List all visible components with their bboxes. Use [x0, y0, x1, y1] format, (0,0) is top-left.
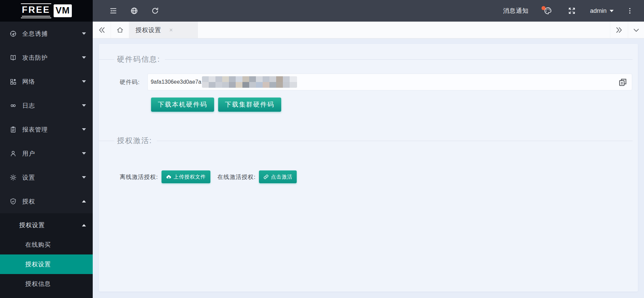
- download-buttons-row: 下载本机硬件码 下载集群硬件码: [151, 98, 638, 112]
- submenu-header-label: 授权设置: [19, 221, 45, 229]
- shield-check-icon: [9, 197, 17, 206]
- divider-line: [157, 141, 633, 141]
- home-icon: [116, 26, 124, 34]
- content-card: 硬件码信息: 硬件码: 9afa1306ee3d0ae7a 下载本机硬件码 下载…: [99, 44, 638, 292]
- sidebar-item-honeypot[interactable]: 全息诱捕: [0, 22, 93, 46]
- chevron-down-icon: [82, 32, 86, 35]
- sidebar: FREE VM 全息诱捕 攻击防护: [0, 0, 93, 298]
- sidebar-item-label: 日志: [22, 102, 35, 110]
- chevron-down-icon: [632, 26, 640, 34]
- cloud-upload-icon: [166, 174, 172, 180]
- network-icon: [9, 78, 17, 86]
- attack-protection-icon: [9, 54, 17, 62]
- notification-badge-dot: [541, 6, 546, 10]
- theme-palette-button[interactable]: [540, 0, 556, 22]
- refresh-icon[interactable]: [145, 0, 166, 22]
- chevron-up-icon: [82, 200, 86, 202]
- tab-license-settings[interactable]: 授权设置 ×: [129, 22, 198, 38]
- sidebar-item-label: 全息诱捕: [22, 30, 48, 38]
- sidebar-item-settings[interactable]: 设置: [0, 165, 93, 189]
- button-label: 上传授权文件: [174, 174, 206, 180]
- tabs-scroll-right-button[interactable]: [610, 22, 628, 38]
- sidebar-item-reports[interactable]: 报表管理: [0, 117, 93, 141]
- sidebar-item-label: 攻击防护: [22, 54, 48, 62]
- copy-icon: [618, 78, 627, 87]
- activation-row: 离线激活授权: 上传授权文件 在线激活授权: 点击激活: [120, 170, 638, 183]
- chevron-down-icon: [82, 176, 86, 179]
- sidebar-item-attack-protection[interactable]: 攻击防护: [0, 46, 93, 70]
- report-icon: [9, 126, 17, 134]
- sidebar-item-label: 授权: [22, 197, 35, 206]
- section-license-activation: 授权激活:: [99, 136, 638, 145]
- button-label: 点击激活: [271, 174, 292, 180]
- redacted-blur-overlay: [202, 76, 297, 88]
- home-tab-button[interactable]: [111, 22, 129, 38]
- topbar: 消息通知 admin: [93, 0, 644, 22]
- chevron-up-icon: [82, 224, 86, 226]
- click-to-activate-button[interactable]: 点击激活: [259, 170, 297, 183]
- chevron-down-icon: [82, 128, 86, 131]
- sidebar-item-logs[interactable]: 日志: [0, 93, 93, 117]
- globe-icon[interactable]: [124, 0, 145, 22]
- brand-free: FREE: [21, 3, 51, 18]
- sidebar-item-label: 网络: [22, 78, 35, 86]
- hwcode-input[interactable]: 9afa1306ee3d0ae7a: [147, 74, 632, 90]
- honeypot-icon: [9, 30, 17, 38]
- collapse-menu-icon[interactable]: [103, 0, 124, 22]
- sidebar-item-label: 设置: [22, 173, 35, 182]
- hwcode-label: 硬件码:: [120, 78, 145, 86]
- close-icon[interactable]: ×: [169, 27, 173, 33]
- topbar-right-group: 消息通知 admin: [503, 0, 637, 22]
- topbar-left-group: [103, 0, 166, 22]
- upload-license-file-button[interactable]: 上传授权文件: [162, 170, 210, 183]
- download-cluster-hwcode-button[interactable]: 下载集群硬件码: [218, 98, 281, 112]
- double-chevron-right-icon: [615, 26, 623, 34]
- tabs-dropdown-button[interactable]: [628, 22, 644, 38]
- copy-button[interactable]: [618, 77, 628, 87]
- brand-logo[interactable]: FREE VM: [21, 3, 72, 18]
- section-title: 硬件码信息:: [117, 54, 160, 64]
- fullscreen-icon[interactable]: [565, 0, 579, 22]
- sidebar-item-users[interactable]: 用户: [0, 141, 93, 165]
- tabbar-right-group: [610, 22, 644, 38]
- kebab-menu-icon[interactable]: [623, 0, 637, 22]
- hwcode-value: 9afa1306ee3d0ae7a: [151, 79, 201, 85]
- sidebar-menu: 全息诱捕 攻击防护 网络 日志: [0, 22, 93, 213]
- sidebar-item-network[interactable]: 网络: [0, 70, 93, 93]
- link-icon: [263, 174, 269, 180]
- chevron-down-icon: [610, 10, 614, 12]
- divider-line: [165, 59, 633, 60]
- chevron-down-icon: [82, 104, 86, 107]
- sidebar-item-label: 用户: [22, 150, 35, 158]
- submenu-header-license-settings[interactable]: 授权设置: [0, 215, 93, 235]
- user-menu[interactable]: admin: [590, 7, 614, 15]
- tabbar: 授权设置 ×: [93, 22, 644, 38]
- section-hwcode-info: 硬件码信息:: [99, 55, 638, 64]
- app-window: FREE VM 全息诱捕 攻击防护: [0, 0, 644, 298]
- notifications-link[interactable]: 消息通知: [503, 7, 529, 15]
- gear-icon: [9, 173, 17, 182]
- logs-icon: [9, 102, 17, 110]
- sidebar-submenu-license: 授权设置 在线购买 授权设置 授权信息: [0, 213, 93, 298]
- download-local-hwcode-button[interactable]: 下载本机硬件码: [151, 98, 214, 112]
- sidebar-item-license-settings-active[interactable]: 授权设置: [0, 254, 93, 274]
- chevron-down-icon: [82, 56, 86, 59]
- user-icon: [9, 150, 17, 158]
- offline-activation-label: 离线激活授权:: [120, 173, 158, 181]
- double-chevron-left-icon: [98, 26, 106, 34]
- logo-bar: FREE VM: [0, 0, 93, 22]
- section-title: 授权激活:: [117, 136, 152, 146]
- tabs-scroll-left-button[interactable]: [93, 22, 111, 38]
- brand-vm: VM: [54, 4, 72, 17]
- sidebar-item-label: 报表管理: [22, 126, 48, 134]
- username-label: admin: [590, 7, 607, 15]
- sidebar-item-license[interactable]: 授权: [0, 189, 93, 213]
- content-area: 硬件码信息: 硬件码: 9afa1306ee3d0ae7a 下载本机硬件码 下载…: [93, 38, 644, 298]
- hwcode-field-row: 硬件码: 9afa1306ee3d0ae7a: [120, 74, 632, 90]
- sidebar-item-online-purchase[interactable]: 在线购买: [0, 235, 93, 254]
- sidebar-item-license-info[interactable]: 授权信息: [0, 274, 93, 294]
- tab-label: 授权设置: [136, 26, 161, 34]
- online-activation-label: 在线激活授权:: [217, 173, 256, 181]
- chevron-down-icon: [82, 80, 86, 83]
- chevron-down-icon: [82, 152, 86, 155]
